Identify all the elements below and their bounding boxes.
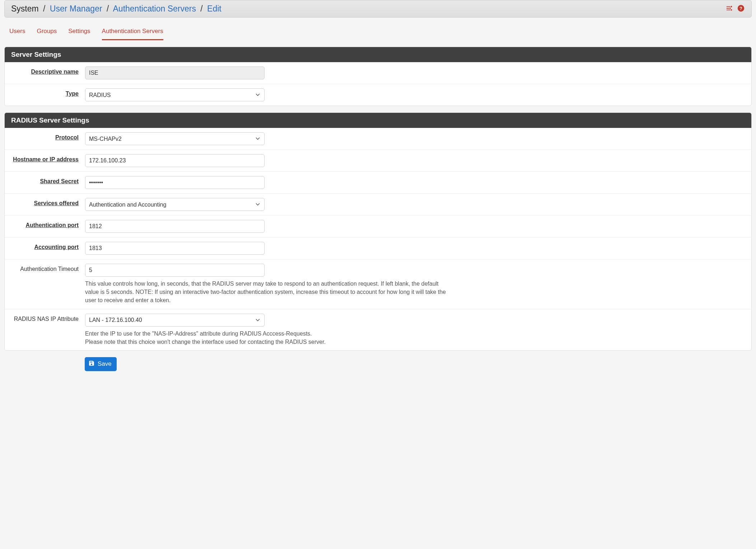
label-auth-timeout: Authentication Timeout [20, 266, 79, 272]
breadcrumb-system: System [11, 4, 39, 13]
label-auth-port: Authentication port [25, 222, 79, 228]
breadcrumb-edit[interactable]: Edit [207, 4, 221, 13]
tab-auth-servers[interactable]: Authentication Servers [102, 28, 163, 40]
row-hostname: Hostname or IP address [5, 150, 751, 172]
help-icon[interactable]: ? [737, 4, 745, 14]
save-icon [88, 360, 95, 368]
save-button-label: Save [98, 360, 112, 368]
input-acct-port[interactable] [85, 242, 265, 255]
row-nas-ip: RADIUS NAS IP Attribute LAN - 172.16.100… [5, 309, 751, 350]
select-type[interactable]: RADIUS [85, 88, 265, 101]
help-auth-timeout: This value controls how long, in seconds… [85, 280, 448, 305]
select-services[interactable]: Authentication and Accounting [85, 198, 265, 211]
breadcrumb-auth-servers[interactable]: Authentication Servers [113, 4, 196, 13]
row-protocol: Protocol MS-CHAPv2 [5, 128, 751, 150]
svg-point-0 [731, 6, 732, 7]
label-descriptive-name: Descriptive name [31, 69, 79, 75]
row-services: Services offered Authentication and Acco… [5, 194, 751, 216]
help-nas-ip: Enter the IP to use for the "NAS-IP-Addr… [85, 329, 448, 346]
input-hostname[interactable] [85, 154, 265, 167]
save-button[interactable]: Save [85, 357, 117, 371]
select-nas-ip[interactable]: LAN - 172.16.100.40 [85, 314, 265, 327]
tabs: Users Groups Settings Authentication Ser… [4, 18, 752, 40]
radius-settings-panel: RADIUS Server Settings Protocol MS-CHAPv… [4, 112, 752, 351]
label-acct-port: Accounting port [34, 244, 79, 250]
row-shared-secret: Shared Secret [5, 172, 751, 194]
server-settings-panel: Server Settings Descriptive name Type RA… [4, 47, 752, 106]
server-settings-heading: Server Settings [5, 47, 751, 62]
radius-settings-heading: RADIUS Server Settings [5, 113, 751, 128]
input-auth-port[interactable] [85, 220, 265, 233]
input-shared-secret[interactable] [85, 176, 265, 189]
svg-point-2 [731, 9, 732, 10]
tab-settings[interactable]: Settings [68, 28, 90, 40]
breadcrumb-user-manager[interactable]: User Manager [50, 4, 102, 13]
row-acct-port: Accounting port [5, 237, 751, 259]
settings-sliders-icon[interactable] [725, 4, 733, 14]
breadcrumb: System / User Manager / Authentication S… [11, 4, 221, 14]
label-type: Type [66, 91, 79, 97]
input-descriptive-name[interactable] [85, 66, 265, 79]
page-header: System / User Manager / Authentication S… [4, 0, 752, 18]
row-auth-port: Authentication port [5, 216, 751, 237]
select-protocol[interactable]: MS-CHAPv2 [85, 132, 265, 145]
svg-point-1 [729, 8, 731, 9]
label-shared-secret: Shared Secret [40, 178, 79, 184]
label-nas-ip: RADIUS NAS IP Attribute [14, 316, 79, 322]
input-auth-timeout[interactable] [85, 264, 265, 277]
svg-text:?: ? [739, 5, 742, 11]
tab-users[interactable]: Users [9, 28, 25, 40]
label-hostname: Hostname or IP address [13, 156, 79, 162]
row-type: Type RADIUS [5, 84, 751, 106]
row-auth-timeout: Authentication Timeout This value contro… [5, 259, 751, 309]
label-protocol: Protocol [55, 134, 79, 140]
tab-groups[interactable]: Groups [37, 28, 57, 40]
row-descriptive-name: Descriptive name [5, 62, 751, 84]
label-services: Services offered [34, 200, 79, 206]
